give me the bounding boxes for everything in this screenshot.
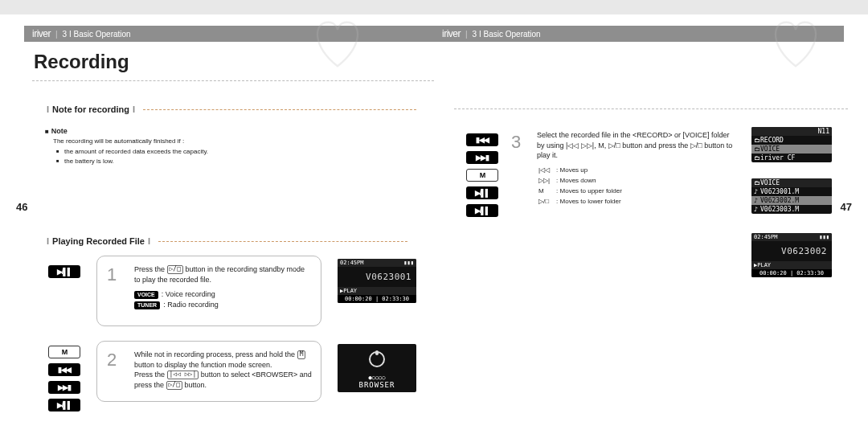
step-1-number: 1: [107, 263, 117, 288]
step-2: 2 While not in recording process, press …: [96, 341, 321, 402]
note-section-title: I Note for recording I: [47, 104, 416, 114]
play-pause-icon: ▶/▌▌: [466, 186, 498, 199]
play-pause-icon: ▶/▌▌: [48, 399, 80, 411]
m-button-icon: M: [466, 169, 498, 182]
breadcrumb-left: 3 I Basic Operation: [63, 30, 131, 39]
page-number-left: 46: [16, 201, 27, 213]
step-3-text: Select the recorded file in the <RECORD>…: [537, 130, 738, 208]
brand-right: iriver: [442, 28, 461, 39]
svg-rect-1: [375, 350, 379, 355]
breadcrumb-right: 3 I Basic Operation: [473, 30, 541, 39]
step-3-legend: |◁◁: Moves up ▷▷|: Moves down M: Moves t…: [537, 164, 628, 208]
play-pause-icon: ▶/▌▌: [466, 204, 498, 217]
step-1-text: Press the ▷/□ button in the recording st…: [134, 264, 313, 285]
rule-right: [454, 108, 848, 109]
note-bullet: the amount of recorded data exceeds the …: [64, 147, 415, 157]
heart-deco-left: [305, 16, 370, 72]
screen-step2: ●○○○○ BROWSER: [338, 344, 416, 392]
step-3-number: 3: [511, 130, 521, 155]
next-icon: ▶▶▮: [48, 381, 80, 394]
play-pause-icon: ▶/▌▌: [48, 265, 80, 278]
header-sep: |: [55, 30, 58, 39]
header-sep-r: |: [465, 30, 468, 39]
step1-icons: ▶/▌▌: [48, 265, 80, 278]
page-number-right: 47: [841, 201, 852, 213]
header-bar: iriver | 3 I Basic Operation iriver | 3 …: [24, 26, 844, 42]
screen-folders: N11 🗀RECORD 🗀VOICE 🗀iriver CF: [751, 127, 832, 162]
step2-icons: M ▮◀◀ ▶▶▮ ▶/▌▌: [48, 346, 80, 411]
note-bullet: the battery is low.: [64, 157, 415, 166]
screen-play3: 02:45PM▮▮▮ V0623002 ▶PLAY 00:00:20 | 02:…: [751, 233, 832, 277]
top-gray-strip: [0, 0, 868, 14]
heart-deco-right: [764, 16, 828, 72]
step-2-number: 2: [107, 348, 117, 373]
m-button-icon: M: [48, 346, 80, 358]
note-box: ■Note The recording will be automaticall…: [45, 127, 415, 166]
brand-left: iriver: [32, 28, 51, 39]
step3-icons: ▮◀◀ ▶▶▮ M ▶/▌▌ ▶/▌▌: [466, 133, 498, 217]
step-1: 1 Press the ▷/□ button in the recording …: [96, 256, 321, 326]
play-section-title: I Playing Recorded File I: [47, 236, 407, 246]
rule-left: [32, 80, 434, 81]
header-left: iriver | 3 I Basic Operation: [24, 26, 434, 42]
step-2-text: While not in recording process, press an…: [134, 350, 313, 390]
screen-step1: 02:45PM▮▮▮ V0623001 ▶PLAY 00:00:20 | 02:…: [338, 259, 416, 303]
page-title: Recording: [34, 51, 129, 73]
step-3: 3 Select the recorded file in the <RECOR…: [513, 130, 738, 208]
next-icon: ▶▶▮: [466, 151, 498, 164]
prev-icon: ▮◀◀: [48, 363, 80, 376]
screen-voice-files: 🗀VOICE ♪V0623001.M ♪V0623002.M ♪V0623003…: [751, 178, 832, 214]
prev-icon: ▮◀◀: [466, 133, 498, 146]
note-intro: The recording will be automatically fini…: [53, 137, 415, 145]
